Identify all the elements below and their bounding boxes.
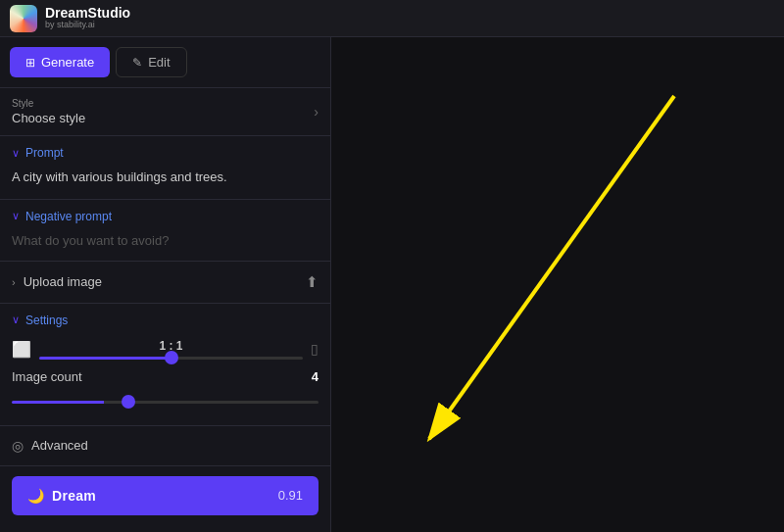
negative-prompt-placeholder: What do you want to avoid? [12,233,169,248]
prompt-body[interactable]: A city with various buildings and trees. [0,168,330,199]
upload-left: › Upload image [12,274,102,289]
dream-cost: 0.91 [278,488,303,503]
settings-section: ∨ Settings ⬜ 1 : 1 ▯ Image count 4 [0,304,330,426]
tab-generate-label: Generate [41,55,94,70]
tab-bar: ⊞ Generate ✎ Edit [0,37,330,88]
logo-icon [10,5,37,32]
advanced-label: Advanced [31,438,88,453]
settings-header: ∨ Settings [12,314,318,327]
negative-prompt-section: ∨ Negative prompt What do you want to av… [0,200,330,262]
aspect-ratio-row: ⬜ 1 : 1 ▯ [12,339,318,360]
landscape-icon: ⬜ [12,340,31,359]
negative-prompt-section-title: Negative prompt [25,210,112,223]
image-count-label: Image count [12,369,82,384]
upload-image-row[interactable]: › Upload image ⬆ [0,262,330,304]
logo-text: DreamStudio by stability.ai [45,6,130,30]
main-layout: ⊞ Generate ✎ Edit Style Choose style › ∨… [0,37,784,532]
chevron-right-icon: › [314,104,318,120]
aspect-ratio-slider[interactable] [39,357,303,360]
canvas-area [331,37,784,532]
negative-prompt-header: ∨ Negative prompt [0,200,330,231]
style-label-group: Style Choose style [12,98,85,125]
style-meta: Style [12,98,85,109]
dream-icon: 🌙 [27,488,44,504]
upload-chevron-icon: › [12,276,16,288]
annotation-arrow [331,37,784,532]
edit-icon: ✎ [132,56,142,70]
svg-line-1 [429,96,674,439]
negative-prompt-chevron-icon: ∨ [12,210,20,222]
image-count-header: Image count 4 [12,369,318,384]
tab-edit[interactable]: ✎ Edit [116,47,186,77]
image-count-slider[interactable] [12,401,318,404]
prompt-chevron-icon: ∨ [12,147,20,160]
prompt-section-title: Prompt [25,146,64,160]
tab-generate[interactable]: ⊞ Generate [10,47,110,77]
settings-chevron-icon: ∨ [12,314,20,326]
app-name: DreamStudio [45,6,130,21]
generate-icon: ⊞ [25,56,35,70]
prompt-header: ∨ Prompt [0,136,330,168]
dream-button[interactable]: 🌙 Dream 0.91 [12,476,318,515]
style-value: Choose style [12,111,85,125]
upload-arrow-icon: ⬆ [306,273,318,291]
dream-left: 🌙 Dream [27,488,96,504]
dream-label: Dream [52,488,96,504]
prompt-text: A city with various buildings and trees. [12,169,227,184]
upload-image-label: Upload image [24,274,102,289]
negative-prompt-body[interactable]: What do you want to avoid? [0,231,330,261]
eye-icon: ◎ [12,438,24,454]
style-row[interactable]: Style Choose style › [0,88,330,136]
advanced-row[interactable]: ◎ Advanced [0,426,330,466]
tab-edit-label: Edit [148,55,170,70]
sidebar: ⊞ Generate ✎ Edit Style Choose style › ∨… [0,37,331,532]
image-count-row: Image count 4 [12,369,318,408]
app-sub: by stability.ai [45,21,130,30]
aspect-slider-container: 1 : 1 [39,339,303,360]
prompt-section: ∨ Prompt A city with various buildings a… [0,136,330,200]
image-count-value: 4 [312,369,318,384]
portrait-icon: ▯ [311,341,318,357]
topbar: DreamStudio by stability.ai [0,0,784,37]
settings-section-title: Settings [25,314,68,327]
